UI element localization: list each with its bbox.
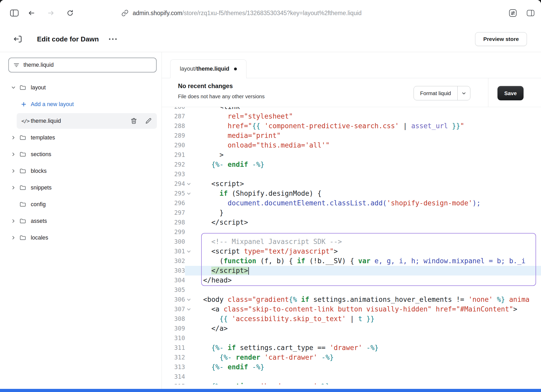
code-line-310[interactable]: 310	[162, 333, 541, 343]
code-line-311[interactable]: 311 {%- if settings.cart_type == 'drawer…	[162, 343, 541, 353]
fold-chevron-icon[interactable]	[187, 249, 191, 254]
code-line-302[interactable]: 302 (function (f, b) { if (!b.__SV) { va…	[162, 256, 541, 266]
file-search-input[interactable]	[23, 62, 152, 68]
chevron-right-icon[interactable]	[11, 185, 16, 190]
code-line-286[interactable]: 286 <link	[162, 107, 541, 112]
code-line-305[interactable]: 305	[162, 285, 541, 295]
exit-button[interactable]	[13, 34, 22, 44]
fold-chevron-icon[interactable]	[187, 307, 191, 311]
code-text[interactable]: href="{{ 'component-predictive-search.cs…	[185, 121, 541, 131]
code-line-309[interactable]: 309 </a>	[162, 324, 541, 333]
preview-store-button[interactable]: Preview store	[475, 32, 527, 46]
code-text[interactable]: media="print"	[185, 131, 541, 140]
fold-chevron-icon[interactable]	[187, 182, 191, 186]
chevron-down-icon[interactable]	[458, 91, 470, 96]
reload-icon[interactable]	[66, 9, 74, 17]
code-line-297[interactable]: 297 }	[162, 208, 541, 218]
code-text[interactable]: {%- render 'cart-drawer' -%}	[185, 353, 541, 362]
extensions-icon[interactable]	[509, 9, 517, 17]
code-line-295[interactable]: 295 if (Shopify.designMode) {	[162, 189, 541, 198]
url-field[interactable]: admin.shopify.com/store/rzq1xu-f5/themes…	[121, 10, 362, 17]
code-text[interactable]: </head>	[185, 275, 541, 285]
sidebar-item-layout[interactable]: layout	[0, 79, 162, 96]
code-text[interactable]	[185, 285, 541, 295]
code-text[interactable]: {%- endif -%}	[185, 362, 541, 372]
add-layout-button[interactable]: Add a new layout	[0, 96, 162, 113]
split-view-icon[interactable]	[526, 9, 535, 17]
code-line-291[interactable]: 291 >	[162, 150, 541, 160]
code-line-315[interactable]: 315 {% sections 'header-group' %}	[162, 382, 541, 384]
code-line-288[interactable]: 288 href="{{ 'component-predictive-searc…	[162, 121, 541, 131]
code-text[interactable]: {%- if settings.cart_type == 'drawer' -%…	[185, 343, 541, 353]
back-icon[interactable]	[28, 9, 35, 17]
code-text[interactable]	[185, 169, 541, 179]
code-line-308[interactable]: 308 {{ 'accessibility.skip_to_text' | t …	[162, 314, 541, 324]
sidebar-item-locales[interactable]: locales	[0, 229, 162, 246]
code-line-294[interactable]: 294 <script>	[162, 179, 541, 189]
code-line-298[interactable]: 298 </script>	[162, 218, 541, 227]
code-line-303[interactable]: 303 </script>	[162, 266, 541, 275]
delete-file-button[interactable]	[130, 118, 137, 125]
sidebar-item-config[interactable]: config	[0, 196, 162, 213]
code-line-287[interactable]: 287 rel="stylesheet"	[162, 112, 541, 121]
code-text[interactable]: <!-- Mixpanel Javascript SDK -->	[185, 237, 541, 247]
code-line-300[interactable]: 300 <!-- Mixpanel Javascript SDK -->	[162, 237, 541, 247]
fold-chevron-icon[interactable]	[187, 191, 191, 196]
code-text[interactable]: {% sections 'header-group' %}	[185, 382, 541, 384]
code-text[interactable]: }	[185, 208, 541, 218]
file-search-box[interactable]	[8, 58, 157, 72]
code-text[interactable]: <script>	[185, 179, 541, 189]
code-text[interactable]: </a>	[185, 324, 541, 333]
code-text[interactable]: >	[185, 150, 541, 160]
rename-file-button[interactable]	[145, 118, 152, 125]
chevron-down-icon[interactable]	[11, 85, 16, 90]
code-text[interactable]: <script type="text/javascript">	[185, 247, 541, 256]
code-text[interactable]: if (Shopify.designMode) {	[185, 189, 541, 198]
code-line-313[interactable]: 313 {%- endif -%}	[162, 362, 541, 372]
code-text[interactable]: <a class="skip-to-content-link button vi…	[185, 304, 541, 314]
code-text[interactable]: {{ 'accessibility.skip_to_text' | t }}	[185, 314, 541, 324]
code-text[interactable]: onload="this.media='all'"	[185, 140, 541, 150]
code-text[interactable]: {%- endif -%}	[185, 160, 541, 169]
chevron-right-icon[interactable]	[11, 169, 16, 174]
more-options-button[interactable]	[108, 38, 117, 40]
code-line-307[interactable]: 307 <a class="skip-to-content-link butto…	[162, 304, 541, 314]
sidebar-item-templates[interactable]: templates	[0, 129, 162, 146]
sidebar-item-sections[interactable]: sections	[0, 146, 162, 163]
code-line-312[interactable]: 312 {%- render 'cart-drawer' -%}	[162, 353, 541, 362]
sidebar-item-theme-liquid[interactable]: </>theme.liquid	[0, 113, 162, 129]
code-text[interactable]	[185, 372, 541, 382]
sidebar-item-snippets[interactable]: snippets	[0, 179, 162, 196]
chevron-right-icon[interactable]	[11, 235, 16, 240]
code-text[interactable]: rel="stylesheet"	[185, 112, 541, 121]
code-editor[interactable]: 286 <link287 rel="stylesheet"288 href="{…	[162, 107, 541, 384]
chevron-right-icon[interactable]	[11, 219, 16, 224]
code-text[interactable]	[185, 227, 541, 237]
fold-chevron-icon[interactable]	[187, 297, 191, 302]
code-text[interactable]: <link	[185, 107, 541, 112]
code-text[interactable]: document.documentElement.classList.add('…	[185, 198, 541, 208]
sidebar-item-blocks[interactable]: blocks	[0, 163, 162, 179]
save-button[interactable]: Save	[497, 86, 524, 100]
code-line-296[interactable]: 296 document.documentElement.classList.a…	[162, 198, 541, 208]
code-line-299[interactable]: 299	[162, 227, 541, 237]
code-line-293[interactable]: 293	[162, 169, 541, 179]
code-text[interactable]: </script>	[185, 218, 541, 227]
code-line-292[interactable]: 292 {%- endif -%}	[162, 160, 541, 169]
code-text[interactable]: (function (f, b) { if (!b.__SV) { var e,…	[185, 256, 541, 266]
chevron-right-icon[interactable]	[11, 135, 16, 140]
chevron-right-icon[interactable]	[11, 152, 16, 157]
format-liquid-button[interactable]: Format liquid	[414, 86, 470, 100]
code-text[interactable]	[185, 333, 541, 343]
code-line-304[interactable]: 304 </head>	[162, 275, 541, 285]
tab-layout-theme-liquid[interactable]: layout/theme.liquid	[170, 59, 247, 78]
code-text[interactable]: <body class="gradient{% if settings.anim…	[185, 295, 541, 304]
code-line-306[interactable]: 306 <body class="gradient{% if settings.…	[162, 295, 541, 304]
code-line-301[interactable]: 301 <script type="text/javascript">	[162, 247, 541, 256]
code-line-314[interactable]: 314	[162, 372, 541, 382]
sidebar-item-assets[interactable]: assets	[0, 213, 162, 229]
code-text[interactable]: </script>	[185, 266, 541, 275]
forward-icon[interactable]	[47, 9, 55, 17]
code-line-290[interactable]: 290 onload="this.media='all'"	[162, 140, 541, 150]
sidebar-toggle-icon[interactable]	[10, 9, 19, 17]
